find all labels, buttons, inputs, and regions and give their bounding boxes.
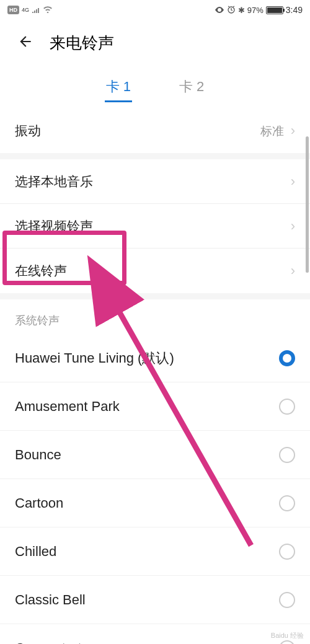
radio-button[interactable] bbox=[279, 495, 295, 511]
section-divider bbox=[0, 153, 310, 159]
ringtone-name: Chilled bbox=[15, 544, 56, 560]
header: 来电铃声 bbox=[0, 20, 310, 73]
video-ringtone-row[interactable]: 选择视频铃声 › bbox=[0, 204, 310, 249]
radio-button[interactable] bbox=[279, 640, 295, 645]
status-left: HD 4G bbox=[7, 5, 53, 15]
ringtone-row[interactable]: Classic Bell bbox=[0, 576, 310, 624]
online-ringtone-label: 在线铃声 bbox=[15, 262, 67, 280]
ringtone-name: Huawei Tune Living (默认) bbox=[15, 349, 174, 368]
video-ringtone-label: 选择视频铃声 bbox=[15, 218, 93, 235]
battery-percent: 97% bbox=[247, 6, 264, 15]
hd-badge: HD bbox=[7, 6, 19, 14]
tab-sim1[interactable]: 卡 1 bbox=[104, 73, 133, 102]
radio-button[interactable] bbox=[279, 399, 295, 415]
status-bar: HD 4G ✱ 97% 3:49 bbox=[0, 0, 310, 20]
chevron-right-icon: › bbox=[291, 218, 295, 234]
alarm-icon bbox=[227, 5, 236, 15]
ringtone-name: Classic Bell bbox=[15, 592, 86, 608]
radio-button[interactable] bbox=[279, 447, 295, 463]
watermark: Baidu 经验 bbox=[271, 631, 304, 640]
online-ringtone-row[interactable]: 在线铃声 › bbox=[0, 249, 310, 293]
ringtone-row[interactable]: Amusement Park bbox=[0, 382, 310, 431]
ringtone-row[interactable]: Chilled bbox=[0, 527, 310, 576]
vibration-value: 标准 bbox=[260, 125, 284, 138]
page-title: 来电铃声 bbox=[50, 32, 114, 54]
vibration-row[interactable]: 振动 标准 › bbox=[0, 108, 310, 153]
ringtone-name: Amusement Park bbox=[15, 399, 120, 415]
radio-button[interactable] bbox=[279, 350, 295, 366]
ringtone-name: Cartoon bbox=[15, 495, 63, 511]
network-indicator: 4G bbox=[22, 7, 29, 13]
ringtone-name: Bounce bbox=[15, 447, 61, 463]
sim-tabs: 卡 1 卡 2 bbox=[0, 73, 310, 102]
eye-icon bbox=[215, 5, 224, 15]
chevron-right-icon: › bbox=[291, 123, 295, 138]
ringtone-row[interactable]: Huawei Tune Living (默认) bbox=[0, 334, 310, 382]
system-ringtones-header: 系统铃声 bbox=[0, 299, 310, 334]
ringtone-row[interactable]: Cartoon bbox=[0, 479, 310, 527]
ringtone-list: Huawei Tune Living (默认)Amusement ParkBou… bbox=[0, 334, 310, 644]
vibration-label: 振动 bbox=[15, 122, 41, 139]
ringtone-name: Concentrate bbox=[15, 640, 89, 645]
section-divider bbox=[0, 293, 310, 299]
local-music-label: 选择本地音乐 bbox=[15, 173, 93, 190]
wifi-icon bbox=[43, 5, 53, 15]
local-music-row[interactable]: 选择本地音乐 › bbox=[0, 159, 310, 204]
back-button[interactable] bbox=[17, 33, 33, 53]
chevron-right-icon: › bbox=[291, 174, 295, 190]
tab-sim2[interactable]: 卡 2 bbox=[177, 73, 206, 102]
battery-icon bbox=[266, 6, 283, 14]
radio-button[interactable] bbox=[279, 592, 295, 608]
ringtone-row[interactable]: Concentrate bbox=[0, 624, 310, 644]
clock-time: 3:49 bbox=[286, 5, 303, 15]
scroll-indicator[interactable] bbox=[306, 136, 309, 273]
status-right: ✱ 97% 3:49 bbox=[215, 5, 303, 15]
chevron-right-icon: › bbox=[291, 263, 295, 279]
ringtone-row[interactable]: Bounce bbox=[0, 431, 310, 479]
radio-button[interactable] bbox=[279, 544, 295, 560]
signal-icon bbox=[32, 5, 40, 15]
bluetooth-icon: ✱ bbox=[238, 6, 245, 15]
